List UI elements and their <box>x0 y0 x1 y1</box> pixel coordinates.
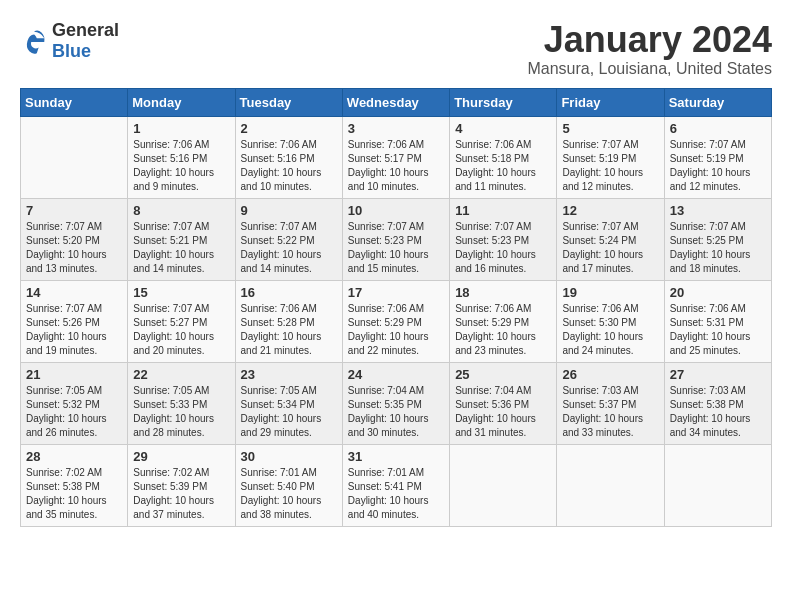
cell-5-2: 29 Sunrise: 7:02 AM Sunset: 5:39 PM Dayl… <box>128 444 235 526</box>
daylight: Daylight: 10 hours and 10 minutes. <box>241 167 322 192</box>
sunset: Sunset: 5:36 PM <box>455 399 529 410</box>
cell-3-7: 20 Sunrise: 7:06 AM Sunset: 5:31 PM Dayl… <box>664 280 771 362</box>
week-row-2: 7 Sunrise: 7:07 AM Sunset: 5:20 PM Dayli… <box>21 198 772 280</box>
cell-5-6 <box>557 444 664 526</box>
sunrise: Sunrise: 7:06 AM <box>348 139 424 150</box>
day-info: Sunrise: 7:06 AM Sunset: 5:28 PM Dayligh… <box>241 302 337 358</box>
sunrise: Sunrise: 7:01 AM <box>348 467 424 478</box>
calendar-title: January 2024 <box>527 20 772 60</box>
cell-5-4: 31 Sunrise: 7:01 AM Sunset: 5:41 PM Dayl… <box>342 444 449 526</box>
sunrise: Sunrise: 7:05 AM <box>133 385 209 396</box>
day-info: Sunrise: 7:01 AM Sunset: 5:41 PM Dayligh… <box>348 466 444 522</box>
cell-3-1: 14 Sunrise: 7:07 AM Sunset: 5:26 PM Dayl… <box>21 280 128 362</box>
daylight: Daylight: 10 hours and 14 minutes. <box>241 249 322 274</box>
calendar-header: Sunday Monday Tuesday Wednesday Thursday… <box>21 88 772 116</box>
cell-1-5: 4 Sunrise: 7:06 AM Sunset: 5:18 PM Dayli… <box>450 116 557 198</box>
daylight: Daylight: 10 hours and 15 minutes. <box>348 249 429 274</box>
day-number: 6 <box>670 121 766 136</box>
day-number: 5 <box>562 121 658 136</box>
daylight: Daylight: 10 hours and 11 minutes. <box>455 167 536 192</box>
daylight: Daylight: 10 hours and 17 minutes. <box>562 249 643 274</box>
day-number: 22 <box>133 367 229 382</box>
day-number: 31 <box>348 449 444 464</box>
cell-2-3: 9 Sunrise: 7:07 AM Sunset: 5:22 PM Dayli… <box>235 198 342 280</box>
cell-1-1 <box>21 116 128 198</box>
daylight: Daylight: 10 hours and 23 minutes. <box>455 331 536 356</box>
day-number: 2 <box>241 121 337 136</box>
day-info: Sunrise: 7:06 AM Sunset: 5:31 PM Dayligh… <box>670 302 766 358</box>
sunrise: Sunrise: 7:07 AM <box>26 303 102 314</box>
cell-1-3: 2 Sunrise: 7:06 AM Sunset: 5:16 PM Dayli… <box>235 116 342 198</box>
sunset: Sunset: 5:31 PM <box>670 317 744 328</box>
day-number: 12 <box>562 203 658 218</box>
cell-4-1: 21 Sunrise: 7:05 AM Sunset: 5:32 PM Dayl… <box>21 362 128 444</box>
daylight: Daylight: 10 hours and 10 minutes. <box>348 167 429 192</box>
day-number: 11 <box>455 203 551 218</box>
day-info: Sunrise: 7:06 AM Sunset: 5:17 PM Dayligh… <box>348 138 444 194</box>
daylight: Daylight: 10 hours and 18 minutes. <box>670 249 751 274</box>
sunset: Sunset: 5:35 PM <box>348 399 422 410</box>
day-info: Sunrise: 7:03 AM Sunset: 5:37 PM Dayligh… <box>562 384 658 440</box>
sunset: Sunset: 5:16 PM <box>133 153 207 164</box>
sunrise: Sunrise: 7:03 AM <box>562 385 638 396</box>
daylight: Daylight: 10 hours and 9 minutes. <box>133 167 214 192</box>
sunset: Sunset: 5:17 PM <box>348 153 422 164</box>
sunrise: Sunrise: 7:06 AM <box>348 303 424 314</box>
cell-1-2: 1 Sunrise: 7:06 AM Sunset: 5:16 PM Dayli… <box>128 116 235 198</box>
sunset: Sunset: 5:19 PM <box>670 153 744 164</box>
daylight: Daylight: 10 hours and 25 minutes. <box>670 331 751 356</box>
day-info: Sunrise: 7:07 AM Sunset: 5:25 PM Dayligh… <box>670 220 766 276</box>
day-number: 3 <box>348 121 444 136</box>
sunset: Sunset: 5:26 PM <box>26 317 100 328</box>
day-number: 17 <box>348 285 444 300</box>
sunset: Sunset: 5:30 PM <box>562 317 636 328</box>
day-number: 26 <box>562 367 658 382</box>
sunrise: Sunrise: 7:06 AM <box>562 303 638 314</box>
sunset: Sunset: 5:24 PM <box>562 235 636 246</box>
cell-5-5 <box>450 444 557 526</box>
cell-2-6: 12 Sunrise: 7:07 AM Sunset: 5:24 PM Dayl… <box>557 198 664 280</box>
sunrise: Sunrise: 7:06 AM <box>670 303 746 314</box>
logo-icon <box>20 27 48 55</box>
sunset: Sunset: 5:33 PM <box>133 399 207 410</box>
cell-2-2: 8 Sunrise: 7:07 AM Sunset: 5:21 PM Dayli… <box>128 198 235 280</box>
sunrise: Sunrise: 7:07 AM <box>670 139 746 150</box>
calendar-table: Sunday Monday Tuesday Wednesday Thursday… <box>20 88 772 527</box>
logo: General Blue <box>20 20 119 62</box>
day-number: 20 <box>670 285 766 300</box>
sunrise: Sunrise: 7:07 AM <box>26 221 102 232</box>
sunset: Sunset: 5:38 PM <box>670 399 744 410</box>
sunset: Sunset: 5:16 PM <box>241 153 315 164</box>
logo-text: General Blue <box>52 20 119 62</box>
day-info: Sunrise: 7:07 AM Sunset: 5:21 PM Dayligh… <box>133 220 229 276</box>
day-info: Sunrise: 7:06 AM Sunset: 5:29 PM Dayligh… <box>455 302 551 358</box>
cell-4-2: 22 Sunrise: 7:05 AM Sunset: 5:33 PM Dayl… <box>128 362 235 444</box>
week-row-5: 28 Sunrise: 7:02 AM Sunset: 5:38 PM Dayl… <box>21 444 772 526</box>
sunrise: Sunrise: 7:04 AM <box>455 385 531 396</box>
sunrise: Sunrise: 7:06 AM <box>241 303 317 314</box>
day-number: 8 <box>133 203 229 218</box>
sunrise: Sunrise: 7:06 AM <box>455 139 531 150</box>
cell-2-4: 10 Sunrise: 7:07 AM Sunset: 5:23 PM Dayl… <box>342 198 449 280</box>
day-info: Sunrise: 7:05 AM Sunset: 5:32 PM Dayligh… <box>26 384 122 440</box>
day-number: 19 <box>562 285 658 300</box>
sunset: Sunset: 5:41 PM <box>348 481 422 492</box>
sunset: Sunset: 5:25 PM <box>670 235 744 246</box>
day-number: 14 <box>26 285 122 300</box>
sunrise: Sunrise: 7:02 AM <box>133 467 209 478</box>
day-info: Sunrise: 7:04 AM Sunset: 5:36 PM Dayligh… <box>455 384 551 440</box>
daylight: Daylight: 10 hours and 30 minutes. <box>348 413 429 438</box>
day-info: Sunrise: 7:06 AM Sunset: 5:18 PM Dayligh… <box>455 138 551 194</box>
cell-2-7: 13 Sunrise: 7:07 AM Sunset: 5:25 PM Dayl… <box>664 198 771 280</box>
header-monday: Monday <box>128 88 235 116</box>
sunset: Sunset: 5:18 PM <box>455 153 529 164</box>
cell-4-6: 26 Sunrise: 7:03 AM Sunset: 5:37 PM Dayl… <box>557 362 664 444</box>
daylight: Daylight: 10 hours and 26 minutes. <box>26 413 107 438</box>
header-sunday: Sunday <box>21 88 128 116</box>
sunrise: Sunrise: 7:07 AM <box>348 221 424 232</box>
calendar-body: 1 Sunrise: 7:06 AM Sunset: 5:16 PM Dayli… <box>21 116 772 526</box>
day-info: Sunrise: 7:06 AM Sunset: 5:16 PM Dayligh… <box>241 138 337 194</box>
day-number: 4 <box>455 121 551 136</box>
sunrise: Sunrise: 7:05 AM <box>26 385 102 396</box>
day-number: 21 <box>26 367 122 382</box>
